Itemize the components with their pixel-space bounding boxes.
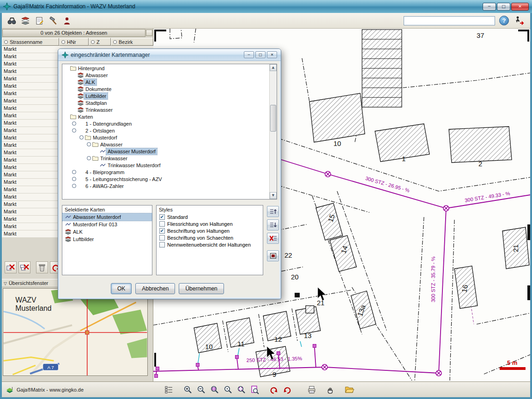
tree-item[interactable]: Abwasser — [62, 72, 269, 79]
tools-button[interactable] — [46, 14, 60, 27]
tree-item[interactable]: ALK — [62, 79, 269, 85]
tree-item[interactable]: Hintergrund — [62, 65, 269, 72]
help-button[interactable]: ? — [499, 16, 509, 25]
move-down-button[interactable] — [267, 219, 279, 230]
style-checkbox[interactable]: ✔ — [159, 214, 165, 220]
search-button[interactable] — [5, 14, 18, 27]
tree-item[interactable]: Trinkwasser Musterdorf — [62, 162, 269, 169]
tree-item[interactable]: 5 - Leitungsrechtssicherung - AZV — [62, 175, 269, 182]
tree-expander-icon[interactable] — [71, 184, 77, 188]
dialog-maximize-button[interactable]: □ — [255, 51, 266, 58]
selected-maps-list[interactable]: Selektierte Karten Abwasser Musterd — [62, 205, 152, 275]
panel-menu-button[interactable] — [146, 30, 152, 36]
zoom-full-button[interactable] — [235, 383, 248, 396]
radio-icon — [4, 40, 8, 44]
dialog-close-button[interactable]: ✕ — [267, 51, 277, 58]
delete-button[interactable] — [36, 261, 48, 273]
cell-strassenname: Markt — [4, 194, 17, 200]
style-checkbox[interactable] — [159, 221, 165, 227]
gingko-logo-icon — [6, 386, 14, 394]
selected-map-item[interactable]: Luftbilder — [62, 236, 152, 243]
tree-item[interactable]: 2 - Ortslagen — [62, 127, 269, 134]
open-folder-button[interactable] — [343, 383, 356, 396]
zoom-object-button[interactable] — [222, 383, 234, 396]
tree-expander-icon[interactable] — [71, 177, 77, 181]
legend-icon — [164, 385, 174, 394]
overview-map[interactable]: WAZV Musterland A 7 — [3, 288, 148, 376]
tree-item[interactable]: Dokumente — [62, 85, 269, 92]
session-button[interactable] — [60, 14, 74, 27]
view-undo-button[interactable] — [267, 383, 280, 396]
tree-item[interactable]: 6 - AWAG-Zahler — [62, 182, 269, 189]
tree-expander-icon[interactable] — [86, 156, 91, 160]
dialog-titlebar[interactable]: eingeschränkter Kartenmanager ─ □ ✕ — [58, 49, 281, 61]
cell-strassenname: Markt — [4, 164, 17, 170]
exit-button[interactable] — [513, 15, 526, 27]
zoom-page-button[interactable] — [248, 383, 261, 396]
view-redo-button[interactable] — [281, 383, 293, 396]
selected-map-item[interactable]: Abwasser Musterdorf — [62, 213, 152, 221]
tree-expander-icon[interactable] — [86, 142, 91, 146]
selected-map-item[interactable]: Musterdorf Flur 013 — [62, 221, 152, 228]
column-z[interactable]: Z — [89, 38, 111, 46]
remove-selected-button[interactable] — [267, 233, 279, 244]
minimize-button[interactable]: ─ — [483, 3, 496, 11]
apply-button[interactable]: Übernehmen — [179, 283, 224, 294]
tree-item[interactable]: 1 - Datengrundlagen — [62, 120, 269, 127]
tree-item-label: Stadtplan — [84, 100, 108, 106]
clear-all-button[interactable] — [18, 261, 30, 273]
cell-strassenname: Markt — [4, 209, 17, 214]
style-option[interactable]: ✔ Beschriftung von Haltungen — [157, 227, 263, 234]
close-button[interactable]: ✕ — [511, 3, 529, 11]
style-option[interactable]: ✔ Standard — [157, 213, 263, 220]
style-checkbox[interactable]: ✔ — [159, 228, 165, 234]
style-checkbox[interactable] — [159, 242, 165, 248]
zoom-window-button[interactable] — [208, 383, 221, 396]
zoom-out-button[interactable] — [195, 383, 207, 396]
dialog-minimize-button[interactable]: ─ — [244, 51, 254, 58]
move-up-button[interactable] — [267, 206, 279, 217]
style-option[interactable]: Nennweitenuebersicht der Haltungen — [157, 241, 263, 248]
tree-expander-icon[interactable] — [79, 135, 84, 139]
tree-expander-icon[interactable] — [71, 170, 77, 174]
pan-button[interactable] — [324, 383, 337, 396]
maximize-button[interactable]: □ — [497, 3, 510, 11]
legend-button[interactable] — [163, 383, 175, 396]
tree-item[interactable]: Musterdorf — [62, 134, 269, 141]
tree-item[interactable]: Abwasser — [62, 141, 269, 148]
cancel-button[interactable]: Abbrechen — [135, 283, 175, 294]
tree-item[interactable]: Abwasser Musterdorf — [62, 148, 269, 155]
style-option[interactable]: Fliessrichtung von Haltungen — [157, 220, 263, 227]
selected-map-label: Luftbilder — [72, 236, 95, 242]
cell-strassenname: Markt — [4, 135, 17, 140]
layer-manager-button[interactable] — [18, 14, 32, 27]
ok-button[interactable]: OK — [111, 283, 132, 294]
tree-item[interactable]: Trinkwasser — [62, 106, 269, 113]
print-button[interactable] — [305, 383, 318, 396]
scroll-down-button[interactable]: ▼ — [270, 192, 277, 199]
tree-item[interactable]: Luftbilder — [62, 92, 269, 99]
column-hnr[interactable]: HNr — [59, 38, 89, 46]
style-checkbox[interactable] — [159, 235, 165, 241]
tree-item[interactable]: Karten — [62, 113, 269, 120]
selected-map-item[interactable]: ALK — [62, 228, 152, 236]
report-button[interactable] — [32, 14, 46, 27]
column-strassenname[interactable]: Strassenname — [2, 38, 59, 46]
clear-selection-button[interactable] — [5, 261, 17, 273]
scroll-thumb[interactable] — [270, 105, 276, 132]
style-option[interactable]: Beschriftung von Schaechten — [157, 234, 263, 241]
tree-expander-icon[interactable] — [71, 121, 77, 126]
search-input[interactable] — [404, 16, 495, 25]
tree-item[interactable]: Trinkwasser — [62, 155, 269, 162]
styles-panel[interactable]: Styles ✔ Standard Fliessrichtung von Hal… — [156, 205, 263, 275]
scroll-up-button[interactable]: ▲ — [270, 64, 277, 71]
zoom-in-button[interactable] — [181, 383, 194, 396]
tree-expander-icon[interactable] — [71, 128, 77, 133]
column-bezirk[interactable]: Bezirk — [111, 38, 153, 46]
tree-item[interactable]: Stadtplan — [62, 99, 269, 106]
redraw-button[interactable] — [267, 250, 279, 261]
style-option-label: Beschriftung von Haltungen — [167, 228, 230, 234]
tree-item[interactable]: 4 - Bleiprogramm — [62, 169, 269, 175]
tree-scrollbar[interactable]: ▲ ▼ — [269, 64, 277, 199]
layer-tree[interactable]: Hintergrund — [62, 64, 277, 200]
